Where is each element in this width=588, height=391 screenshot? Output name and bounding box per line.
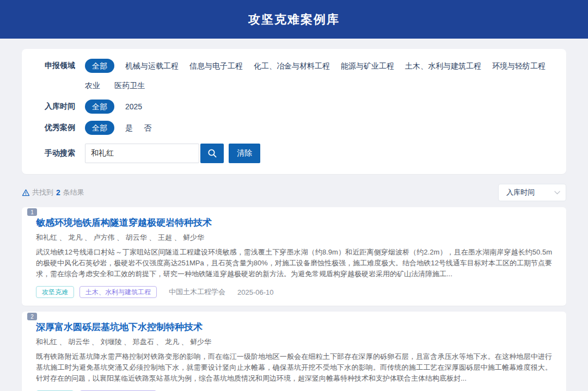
domain-options: 全部 机械与运载工程 信息与电子工程 化工、冶金与材料工程 能源与矿业工程 土木… xyxy=(85,59,546,73)
results-prefix: 共找到 xyxy=(32,188,53,197)
search-icon xyxy=(207,148,218,159)
domain-option-medicine[interactable]: 医药卫生 xyxy=(114,78,145,92)
excellent-option-yes[interactable]: 是 xyxy=(125,121,133,135)
page-title: 攻坚克难案例库 xyxy=(248,11,340,28)
result-title-link[interactable]: 敏感环境地铁盾构隧道穿越极硬岩特种技术 xyxy=(36,217,552,229)
domain-option-all[interactable]: 全部 xyxy=(85,59,114,73)
result-description: 武汉地铁12号线港口村站～丁家咀站区间隧道工程建设环境敏感，需浅覆土下穿墨水湖（… xyxy=(36,247,552,280)
tag-category: 攻坚克难 xyxy=(36,286,74,298)
domain-options-row2: 农业 医药卫生 xyxy=(85,78,550,92)
result-date: 2025-06-10 xyxy=(237,288,274,296)
filter-row-time: 入库时间 全部 2025 xyxy=(45,100,550,114)
filter-row-excellent: 优秀案例 全部 是 否 xyxy=(45,121,550,135)
result-authors: 和礼红 、 龙凡 、 卢方伟 、 胡云华 、 王超 、 鲜少华 xyxy=(36,233,552,243)
search-filter-label: 手动搜索 xyxy=(45,148,80,158)
search-input[interactable] xyxy=(85,144,199,163)
results-count: 2 xyxy=(56,188,60,197)
sort-dropdown[interactable]: 入库时间 xyxy=(498,184,566,201)
domain-option-mechanical[interactable]: 机械与运载工程 xyxy=(125,59,179,73)
time-option-2025[interactable]: 2025 xyxy=(125,100,142,114)
result-description: 既有铁路附近基坑降水需严格控制对铁路变形的影响，而在临江一级阶地地区一般会在细粒… xyxy=(36,351,552,384)
time-filter-label: 入库时间 xyxy=(45,102,80,111)
main-content: 申报领域 全部 机械与运载工程 信息与电子工程 化工、冶金与材料工程 能源与矿业… xyxy=(22,49,566,391)
warning-icon xyxy=(22,189,30,197)
results-bar: 共找到 2 条结果 入库时间 xyxy=(22,184,566,201)
domain-filter-label: 申报领域 xyxy=(45,61,80,71)
chevron-down-icon xyxy=(554,191,560,195)
domain-option-environment[interactable]: 环境与轻纺工程 xyxy=(492,59,546,73)
filter-panel: 申报领域 全部 机械与运载工程 信息与电子工程 化工、冶金与材料工程 能源与矿业… xyxy=(22,49,566,174)
result-organization: 中国土木工程学会 xyxy=(169,287,225,297)
excellent-options: 全部 是 否 xyxy=(85,121,151,135)
domain-option-chemical[interactable]: 化工、冶金与材料工程 xyxy=(254,59,330,73)
result-footer: 攻坚克难 土木、水利与建筑工程 中国土木工程学会 2025-06-10 xyxy=(36,286,552,298)
app-header: 攻坚克难案例库 xyxy=(0,0,588,39)
result-title-link[interactable]: 深厚富水圆砾层基坑地下水控制特种技术 xyxy=(36,321,552,333)
result-index-badge: 2 xyxy=(27,313,37,320)
clear-button[interactable]: 清除 xyxy=(229,144,260,163)
result-authors: 和礼红 、 胡云华 、 刘堰陵 、 郑盘石 、 龙凡 、 鲜少华 xyxy=(36,337,552,347)
result-card[interactable]: 1 敏感环境地铁盾构隧道穿越极硬岩特种技术 和礼红 、 龙凡 、 卢方伟 、 胡… xyxy=(22,207,566,306)
excellent-option-no[interactable]: 否 xyxy=(144,121,151,135)
filter-row-domain: 申报领域 全部 机械与运载工程 信息与电子工程 化工、冶金与材料工程 能源与矿业… xyxy=(45,59,550,73)
domain-option-agriculture[interactable]: 农业 xyxy=(85,78,100,92)
domain-option-electronics[interactable]: 信息与电子工程 xyxy=(189,59,243,73)
domain-option-civil[interactable]: 土木、水利与建筑工程 xyxy=(405,59,481,73)
time-option-all[interactable]: 全部 xyxy=(85,100,114,114)
sort-dropdown-value: 入库时间 xyxy=(506,188,535,197)
tag-domain: 土木、水利与建筑工程 xyxy=(79,286,157,298)
filter-row-search: 手动搜索 清除 xyxy=(45,144,550,163)
time-options: 全部 2025 xyxy=(85,100,142,114)
result-index-badge: 1 xyxy=(27,208,37,216)
search-button[interactable] xyxy=(200,144,224,163)
domain-option-energy[interactable]: 能源与矿业工程 xyxy=(341,59,394,73)
excellent-filter-label: 优秀案例 xyxy=(45,123,80,133)
result-card[interactable]: 2 深厚富水圆砾层基坑地下水控制特种技术 和礼红 、 胡云华 、 刘堰陵 、 郑… xyxy=(22,312,566,391)
results-info: 共找到 2 条结果 xyxy=(22,188,84,197)
results-suffix: 条结果 xyxy=(63,188,84,197)
excellent-option-all[interactable]: 全部 xyxy=(85,121,114,135)
